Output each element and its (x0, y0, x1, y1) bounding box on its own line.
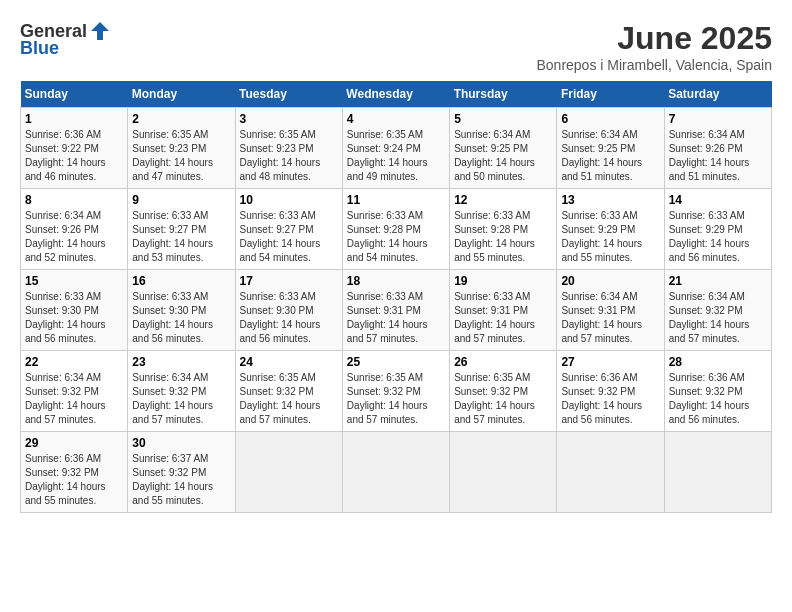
day-info: Sunrise: 6:37 AMSunset: 9:32 PMDaylight:… (132, 452, 230, 508)
day-info: Sunrise: 6:34 AMSunset: 9:26 PMDaylight:… (25, 209, 123, 265)
day-number: 16 (132, 274, 230, 288)
day-number: 14 (669, 193, 767, 207)
day-info: Sunrise: 6:34 AMSunset: 9:32 PMDaylight:… (132, 371, 230, 427)
day-info: Sunrise: 6:34 AMSunset: 9:31 PMDaylight:… (561, 290, 659, 346)
svg-marker-0 (91, 22, 109, 40)
day-info: Sunrise: 6:33 AMSunset: 9:31 PMDaylight:… (454, 290, 552, 346)
page-header: General Blue June 2025 Bonrepos i Miramb… (20, 20, 772, 73)
calendar-week-row: 29 Sunrise: 6:36 AMSunset: 9:32 PMDaylig… (21, 432, 772, 513)
day-number: 19 (454, 274, 552, 288)
calendar-subtitle: Bonrepos i Mirambell, Valencia, Spain (536, 57, 772, 73)
day-info: Sunrise: 6:33 AMSunset: 9:29 PMDaylight:… (561, 209, 659, 265)
day-info: Sunrise: 6:35 AMSunset: 9:32 PMDaylight:… (454, 371, 552, 427)
calendar-header: Sunday Monday Tuesday Wednesday Thursday… (21, 81, 772, 108)
day-number: 12 (454, 193, 552, 207)
table-row: 15 Sunrise: 6:33 AMSunset: 9:30 PMDaylig… (21, 270, 128, 351)
day-number: 1 (25, 112, 123, 126)
calendar-title: June 2025 (536, 20, 772, 57)
day-info: Sunrise: 6:34 AMSunset: 9:26 PMDaylight:… (669, 128, 767, 184)
table-row: 16 Sunrise: 6:33 AMSunset: 9:30 PMDaylig… (128, 270, 235, 351)
table-row: 17 Sunrise: 6:33 AMSunset: 9:30 PMDaylig… (235, 270, 342, 351)
day-info: Sunrise: 6:33 AMSunset: 9:28 PMDaylight:… (347, 209, 445, 265)
day-info: Sunrise: 6:33 AMSunset: 9:29 PMDaylight:… (669, 209, 767, 265)
table-row: 10 Sunrise: 6:33 AMSunset: 9:27 PMDaylig… (235, 189, 342, 270)
table-row: 23 Sunrise: 6:34 AMSunset: 9:32 PMDaylig… (128, 351, 235, 432)
day-number: 21 (669, 274, 767, 288)
day-info: Sunrise: 6:35 AMSunset: 9:23 PMDaylight:… (132, 128, 230, 184)
day-info: Sunrise: 6:33 AMSunset: 9:30 PMDaylight:… (240, 290, 338, 346)
header-wednesday: Wednesday (342, 81, 449, 108)
table-row: 19 Sunrise: 6:33 AMSunset: 9:31 PMDaylig… (450, 270, 557, 351)
day-number: 30 (132, 436, 230, 450)
day-info: Sunrise: 6:36 AMSunset: 9:32 PMDaylight:… (561, 371, 659, 427)
logo-blue-text: Blue (20, 38, 59, 59)
day-info: Sunrise: 6:34 AMSunset: 9:25 PMDaylight:… (561, 128, 659, 184)
table-row: 30 Sunrise: 6:37 AMSunset: 9:32 PMDaylig… (128, 432, 235, 513)
day-number: 22 (25, 355, 123, 369)
title-area: June 2025 Bonrepos i Mirambell, Valencia… (536, 20, 772, 73)
table-row: 14 Sunrise: 6:33 AMSunset: 9:29 PMDaylig… (664, 189, 771, 270)
day-info: Sunrise: 6:34 AMSunset: 9:32 PMDaylight:… (25, 371, 123, 427)
header-tuesday: Tuesday (235, 81, 342, 108)
table-row: 27 Sunrise: 6:36 AMSunset: 9:32 PMDaylig… (557, 351, 664, 432)
table-row: 29 Sunrise: 6:36 AMSunset: 9:32 PMDaylig… (21, 432, 128, 513)
day-number: 9 (132, 193, 230, 207)
day-number: 20 (561, 274, 659, 288)
table-row: 7 Sunrise: 6:34 AMSunset: 9:26 PMDayligh… (664, 108, 771, 189)
day-number: 6 (561, 112, 659, 126)
day-number: 23 (132, 355, 230, 369)
logo: General Blue (20, 20, 111, 59)
table-row: 24 Sunrise: 6:35 AMSunset: 9:32 PMDaylig… (235, 351, 342, 432)
table-row: 8 Sunrise: 6:34 AMSunset: 9:26 PMDayligh… (21, 189, 128, 270)
header-monday: Monday (128, 81, 235, 108)
header-friday: Friday (557, 81, 664, 108)
table-row: 3 Sunrise: 6:35 AMSunset: 9:23 PMDayligh… (235, 108, 342, 189)
day-number: 25 (347, 355, 445, 369)
day-number: 27 (561, 355, 659, 369)
day-info: Sunrise: 6:36 AMSunset: 9:32 PMDaylight:… (25, 452, 123, 508)
day-info: Sunrise: 6:36 AMSunset: 9:32 PMDaylight:… (669, 371, 767, 427)
day-info: Sunrise: 6:35 AMSunset: 9:24 PMDaylight:… (347, 128, 445, 184)
day-number: 28 (669, 355, 767, 369)
header-saturday: Saturday (664, 81, 771, 108)
calendar-week-row: 15 Sunrise: 6:33 AMSunset: 9:30 PMDaylig… (21, 270, 772, 351)
day-info: Sunrise: 6:34 AMSunset: 9:32 PMDaylight:… (669, 290, 767, 346)
day-info: Sunrise: 6:33 AMSunset: 9:31 PMDaylight:… (347, 290, 445, 346)
day-info: Sunrise: 6:33 AMSunset: 9:27 PMDaylight:… (240, 209, 338, 265)
calendar-body: 1 Sunrise: 6:36 AMSunset: 9:22 PMDayligh… (21, 108, 772, 513)
table-row (664, 432, 771, 513)
table-row: 21 Sunrise: 6:34 AMSunset: 9:32 PMDaylig… (664, 270, 771, 351)
day-number: 15 (25, 274, 123, 288)
table-row (450, 432, 557, 513)
table-row: 9 Sunrise: 6:33 AMSunset: 9:27 PMDayligh… (128, 189, 235, 270)
table-row: 6 Sunrise: 6:34 AMSunset: 9:25 PMDayligh… (557, 108, 664, 189)
day-number: 3 (240, 112, 338, 126)
table-row: 25 Sunrise: 6:35 AMSunset: 9:32 PMDaylig… (342, 351, 449, 432)
day-info: Sunrise: 6:35 AMSunset: 9:32 PMDaylight:… (347, 371, 445, 427)
table-row: 18 Sunrise: 6:33 AMSunset: 9:31 PMDaylig… (342, 270, 449, 351)
table-row: 2 Sunrise: 6:35 AMSunset: 9:23 PMDayligh… (128, 108, 235, 189)
day-number: 24 (240, 355, 338, 369)
calendar-week-row: 8 Sunrise: 6:34 AMSunset: 9:26 PMDayligh… (21, 189, 772, 270)
day-info: Sunrise: 6:33 AMSunset: 9:30 PMDaylight:… (25, 290, 123, 346)
day-number: 11 (347, 193, 445, 207)
table-row: 11 Sunrise: 6:33 AMSunset: 9:28 PMDaylig… (342, 189, 449, 270)
day-number: 2 (132, 112, 230, 126)
table-row: 13 Sunrise: 6:33 AMSunset: 9:29 PMDaylig… (557, 189, 664, 270)
day-number: 26 (454, 355, 552, 369)
calendar-week-row: 22 Sunrise: 6:34 AMSunset: 9:32 PMDaylig… (21, 351, 772, 432)
header-sunday: Sunday (21, 81, 128, 108)
day-info: Sunrise: 6:35 AMSunset: 9:23 PMDaylight:… (240, 128, 338, 184)
day-number: 13 (561, 193, 659, 207)
day-info: Sunrise: 6:33 AMSunset: 9:28 PMDaylight:… (454, 209, 552, 265)
day-info: Sunrise: 6:34 AMSunset: 9:25 PMDaylight:… (454, 128, 552, 184)
calendar-table: Sunday Monday Tuesday Wednesday Thursday… (20, 81, 772, 513)
day-number: 5 (454, 112, 552, 126)
table-row: 26 Sunrise: 6:35 AMSunset: 9:32 PMDaylig… (450, 351, 557, 432)
header-thursday: Thursday (450, 81, 557, 108)
day-number: 10 (240, 193, 338, 207)
day-number: 18 (347, 274, 445, 288)
table-row: 5 Sunrise: 6:34 AMSunset: 9:25 PMDayligh… (450, 108, 557, 189)
day-number: 29 (25, 436, 123, 450)
table-row: 1 Sunrise: 6:36 AMSunset: 9:22 PMDayligh… (21, 108, 128, 189)
